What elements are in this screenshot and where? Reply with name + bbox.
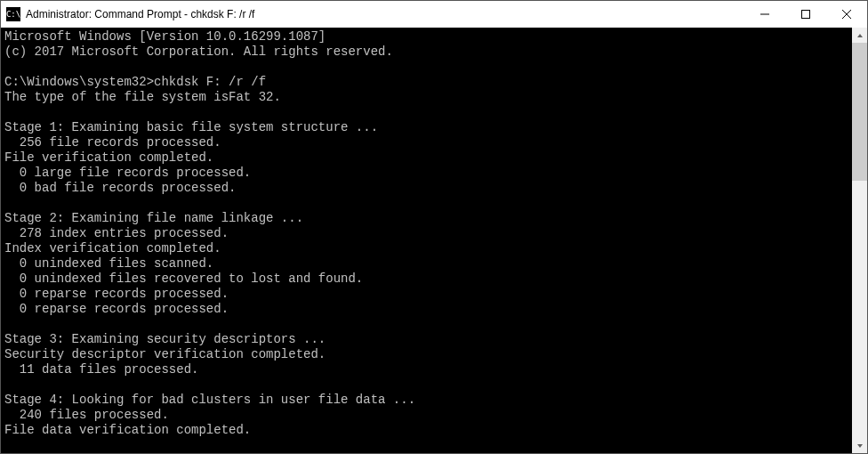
close-button[interactable]: [826, 1, 867, 28]
vertical-scrollbar[interactable]: [852, 28, 867, 453]
svg-marker-4: [857, 34, 863, 37]
scrollbar-thumb[interactable]: [852, 43, 867, 181]
scroll-up-button[interactable]: [852, 28, 867, 43]
maximize-button[interactable]: [785, 1, 826, 28]
window-controls: [744, 1, 867, 28]
command-prompt-window: C:\ Administrator: Command Prompt - chkd…: [0, 0, 868, 454]
svg-rect-1: [802, 11, 810, 19]
titlebar: C:\ Administrator: Command Prompt - chkd…: [1, 1, 867, 28]
terminal-output[interactable]: Microsoft Windows [Version 10.0.16299.10…: [1, 28, 852, 453]
scroll-down-button[interactable]: [852, 438, 867, 453]
terminal-area: Microsoft Windows [Version 10.0.16299.10…: [1, 28, 867, 453]
minimize-button[interactable]: [744, 1, 785, 28]
scrollbar-track[interactable]: [852, 43, 867, 438]
cmd-icon-text: C:\: [6, 10, 20, 19]
cmd-icon: C:\: [6, 7, 20, 21]
window-title: Administrator: Command Prompt - chkdsk F…: [26, 8, 744, 20]
svg-marker-5: [857, 444, 863, 448]
